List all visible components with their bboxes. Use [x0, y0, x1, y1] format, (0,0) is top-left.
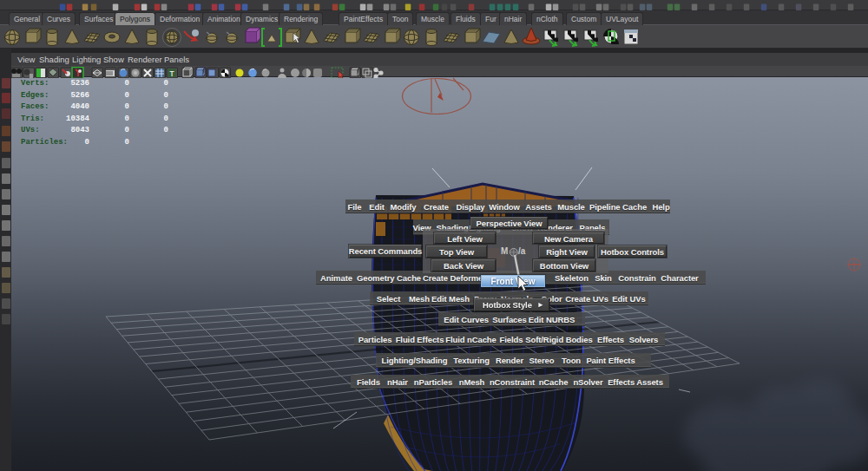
- svg-text:T: T: [169, 69, 174, 78]
